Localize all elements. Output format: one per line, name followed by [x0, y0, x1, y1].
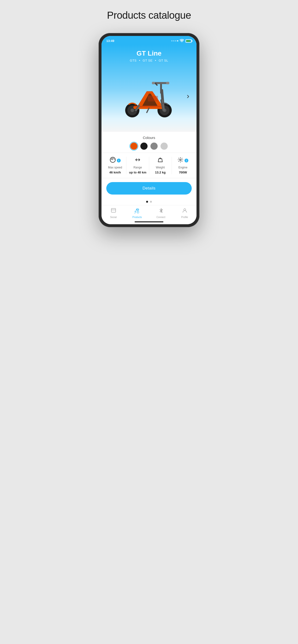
colors-label: Colours [106, 136, 192, 140]
spec-range: Range up to 40 km [126, 157, 149, 174]
colors-section: Colours [101, 132, 197, 153]
spec-icon-row-speed: i [110, 157, 121, 164]
color-swatch-gray[interactable] [151, 142, 158, 150]
engine-icon [177, 157, 184, 164]
phone-frame: 13:49 GT Line [99, 33, 199, 227]
signal-indicator [171, 40, 178, 42]
product-name: GT Line [106, 50, 192, 57]
variant-gtsl: GT SL [159, 59, 168, 62]
nav-item-connect[interactable]: Connect [149, 208, 173, 218]
nav-label-social: Social [110, 216, 117, 218]
engine-label: Engine [179, 166, 187, 169]
nav-label-connect: Connect [157, 216, 165, 218]
engine-value: 700W [179, 170, 187, 174]
svg-rect-16 [111, 208, 116, 212]
separator-2: • [155, 59, 157, 62]
specs-section: i Max speed 46 km/h Range [101, 153, 197, 178]
details-button[interactable]: Details [106, 182, 192, 194]
weight-icon [157, 157, 163, 164]
spec-weight: Weight 13.2 kg [149, 157, 172, 174]
svg-point-2 [130, 108, 134, 112]
details-section: Details [101, 178, 197, 198]
social-icon [111, 208, 116, 215]
signal-dot-2 [173, 40, 175, 42]
home-indicator [101, 220, 197, 224]
color-swatches-container [106, 142, 192, 150]
spec-icon-row-engine: i [177, 157, 188, 164]
color-swatch-light-gray[interactable] [161, 142, 168, 150]
signal-dot-3 [175, 40, 176, 42]
spec-engine: i Engine 700W [172, 157, 194, 174]
signal-dot-1 [171, 40, 173, 42]
nav-label-products: Products [132, 216, 142, 218]
svg-rect-9 [160, 82, 162, 94]
products-icon [134, 208, 140, 215]
speed-value: 46 km/h [109, 170, 121, 174]
wifi-icon [180, 39, 184, 43]
variant-gtse: GT SE [143, 59, 153, 62]
battery-fill [186, 40, 190, 42]
product-image-container: › [106, 67, 192, 124]
svg-point-15 [180, 159, 181, 161]
spec-max-speed: i Max speed 46 km/h [104, 157, 126, 174]
speed-info-badge[interactable]: i [117, 158, 121, 162]
spec-icon-row-range [135, 157, 141, 164]
phone-screen: 13:49 GT Line [101, 36, 197, 224]
page-title: Products catalogue [107, 10, 191, 21]
range-icon [135, 157, 141, 164]
speedometer-icon [110, 157, 116, 164]
scooter-image [118, 70, 180, 122]
profile-icon [182, 208, 188, 215]
pagination-dots [101, 198, 197, 205]
speed-label: Max speed [108, 166, 122, 169]
bottom-nav: Social Products [101, 205, 197, 220]
bluetooth-icon [158, 208, 164, 215]
svg-rect-13 [148, 96, 158, 101]
pagination-dot-1 [146, 201, 148, 203]
nav-item-social[interactable]: Social [101, 208, 125, 218]
product-variants: GTS • GT SE • GT SL [106, 59, 192, 62]
nav-item-profile[interactable]: Profile [173, 208, 197, 218]
time-display: 13:49 [106, 39, 114, 43]
range-value: up to 40 km [129, 170, 146, 174]
svg-rect-12 [166, 82, 169, 84]
nav-item-products[interactable]: Products [125, 208, 149, 218]
nav-label-profile: Profile [181, 216, 188, 218]
next-product-button[interactable]: › [187, 92, 189, 100]
range-label: Range [133, 166, 142, 169]
separator-1: • [139, 59, 141, 62]
color-swatch-orange[interactable] [130, 142, 137, 150]
battery-icon [186, 39, 192, 43]
home-bar [135, 222, 163, 222]
hero-section: GT Line GTS • GT SE • GT SL [101, 45, 197, 132]
status-icons [171, 39, 192, 43]
pagination-dot-2 [150, 201, 152, 203]
weight-label: Weight [156, 166, 165, 169]
svg-point-18 [184, 209, 186, 210]
signal-dot-4 [177, 40, 178, 42]
color-swatch-black[interactable] [140, 142, 147, 150]
svg-rect-11 [152, 82, 155, 84]
status-bar: 13:49 [101, 36, 197, 45]
weight-value: 13.2 kg [155, 170, 166, 174]
spec-icon-row-weight [157, 157, 163, 164]
variant-gts: GTS [130, 59, 136, 62]
engine-info-badge[interactable]: i [185, 158, 188, 162]
